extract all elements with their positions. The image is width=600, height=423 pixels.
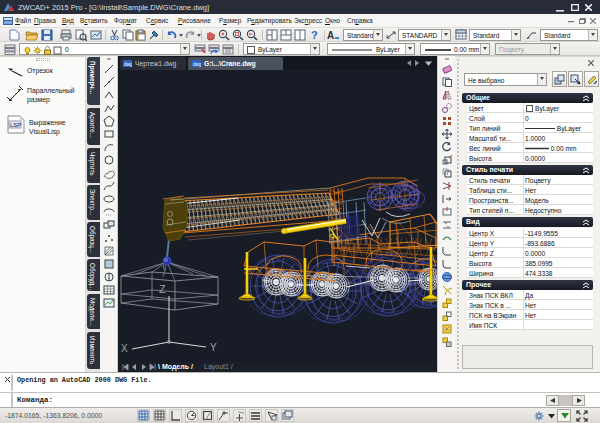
svg-text:Y: Y <box>210 342 217 353</box>
svg-text:dwg: dwg <box>124 62 132 67</box>
svg-text:A: A <box>327 30 334 41</box>
svg-text:Z: Z <box>159 283 166 295</box>
svg-text:X: X <box>121 343 128 354</box>
svg-text:dwg: dwg <box>193 62 201 67</box>
svg-text:?: ? <box>311 29 318 41</box>
svg-text:LSP: LSP <box>10 122 21 128</box>
